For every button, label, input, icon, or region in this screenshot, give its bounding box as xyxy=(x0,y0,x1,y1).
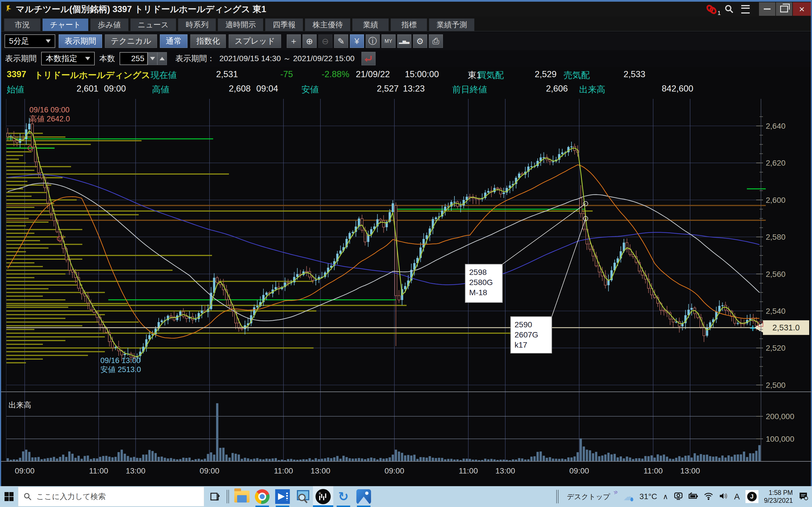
zoom-out-icon[interactable]: ⊖ xyxy=(318,34,333,48)
hidden-icons-caret[interactable]: ∧ xyxy=(663,492,668,501)
wrench-icon[interactable]: ⚙ xyxy=(413,34,427,48)
volume-bar xyxy=(697,455,699,461)
volume-bar xyxy=(253,459,255,461)
reset-range-button[interactable] xyxy=(361,52,375,65)
tab-1[interactable]: チャート xyxy=(42,18,89,31)
temperature-label[interactable]: 31°C xyxy=(640,492,657,501)
volume-profile-bar xyxy=(6,229,82,230)
menu-icon[interactable] xyxy=(739,4,752,15)
volume-bar xyxy=(305,459,308,461)
battery-icon[interactable] xyxy=(689,492,698,501)
tab-9[interactable]: 指標 xyxy=(391,18,427,31)
link-icon[interactable]: 1 xyxy=(705,4,718,15)
chrome-icon[interactable] xyxy=(252,486,272,507)
count-down-button[interactable] xyxy=(148,52,157,65)
speaker-icon[interactable] xyxy=(719,492,728,501)
quote2-field-5: 09:04 xyxy=(256,83,293,94)
candle-body xyxy=(185,316,188,318)
ime-mode-label[interactable]: A xyxy=(734,492,740,501)
restore-button[interactable] xyxy=(776,2,792,16)
volume-profile-bar xyxy=(6,162,26,163)
clock-date: 9/23/2021 xyxy=(764,497,793,504)
minimize-button[interactable] xyxy=(759,2,775,16)
toolbar-button-2[interactable]: 通常 xyxy=(160,34,188,48)
pencil-icon[interactable]: ✎ xyxy=(334,34,348,48)
search-icon[interactable] xyxy=(723,4,735,15)
toolbar-button-3[interactable]: 指数化 xyxy=(190,34,226,48)
volume-bar xyxy=(435,458,437,461)
volume-bar xyxy=(238,455,240,461)
sync-app-icon[interactable]: ↻ xyxy=(333,486,354,507)
y-tick-label: 2,640 xyxy=(766,122,785,130)
tab-0[interactable]: 市況 xyxy=(4,18,41,31)
ime-icon[interactable]: J xyxy=(746,490,758,503)
tab-6[interactable]: 四季報 xyxy=(265,18,303,31)
tab-5[interactable]: 適時開示 xyxy=(218,18,263,31)
quote2-field-4: 2,608 xyxy=(199,83,251,94)
toolbar-button-4[interactable]: スプレッド xyxy=(229,34,281,48)
tab-7[interactable]: 株主優待 xyxy=(305,18,350,31)
trading-app-icon[interactable]: R xyxy=(313,486,333,507)
volume-bar xyxy=(22,452,24,461)
magnifier-app-icon[interactable] xyxy=(293,486,313,507)
close-button[interactable]: × xyxy=(793,2,811,16)
start-button[interactable] xyxy=(0,486,18,507)
printer-icon[interactable]: ⎙ xyxy=(429,34,443,48)
volume-bar xyxy=(580,438,582,461)
volume-profile-bar xyxy=(6,288,49,289)
callout-text: 2598 xyxy=(469,268,487,277)
tab-4[interactable]: 時系列 xyxy=(178,18,216,31)
app-window: マルチツール(個別銘柄) 3397 トリドールホールディングス 東1 1 × 市… xyxy=(0,0,812,486)
period-mode-select[interactable]: 本数指定 xyxy=(41,52,95,65)
yen-icon[interactable]: ¥ xyxy=(350,34,364,48)
volume-bar xyxy=(654,458,656,461)
toolbar-button-0[interactable]: 表示期間 xyxy=(59,34,102,48)
volume-bar xyxy=(546,458,548,461)
volume-bar xyxy=(444,459,446,461)
candle-body xyxy=(672,319,674,322)
volume-bar xyxy=(62,455,64,461)
candle-body xyxy=(497,188,499,189)
my-chart-icon[interactable]: MY xyxy=(382,34,396,48)
chart-note: 09/16 13:00 xyxy=(100,356,141,365)
chevron-overflow-icon[interactable]: » xyxy=(612,487,619,497)
wifi-icon[interactable] xyxy=(704,492,713,501)
chart-canvas[interactable]: 2,531.02,6402,6202,6002,5802,5602,5402,5… xyxy=(1,99,812,488)
volume-pane-label: 出来高 xyxy=(8,401,31,409)
volume-bar xyxy=(53,457,55,461)
volume-bar xyxy=(219,448,221,461)
interval-select[interactable]: 5分足 xyxy=(4,34,55,48)
tab-10[interactable]: 業績予測 xyxy=(429,18,474,31)
volume-profile-bar xyxy=(6,274,65,275)
task-view-button[interactable] xyxy=(207,486,224,507)
area-chart-icon[interactable]: ▂▅▃ xyxy=(397,34,411,48)
zoom-in-icon[interactable]: ⊕ xyxy=(303,34,317,48)
tab-3[interactable]: ニュース xyxy=(130,18,176,31)
volume-bar xyxy=(407,455,409,461)
movies-app-icon[interactable] xyxy=(272,486,293,507)
taskbar-clock[interactable]: 1:58 PM 9/23/2021 xyxy=(764,489,793,504)
volume-bar xyxy=(432,458,434,461)
crosshair-icon[interactable]: ＋ xyxy=(287,34,301,48)
info-icon[interactable]: ⓘ xyxy=(366,34,380,48)
volume-bar xyxy=(638,458,640,461)
volume-bar xyxy=(493,459,496,461)
file-explorer-icon[interactable] xyxy=(232,486,252,507)
volume-bar xyxy=(124,454,126,461)
volume-profile-bar xyxy=(6,281,313,282)
volume-bar xyxy=(355,459,357,461)
bar-count-input[interactable]: 255 xyxy=(119,52,148,65)
weather-icon[interactable]: ☁ xyxy=(623,491,634,502)
display-cast-icon[interactable] xyxy=(674,492,683,501)
taskbar-search-input[interactable]: ここに入力して検索 xyxy=(18,487,204,506)
photos-app-icon[interactable] xyxy=(354,486,374,507)
candle-body xyxy=(216,278,218,283)
volume-profile-bar xyxy=(6,347,313,348)
volume-bar xyxy=(342,456,345,461)
tab-2[interactable]: 歩み値 xyxy=(90,18,129,31)
toolbar-button-1[interactable]: テクニカル xyxy=(105,34,157,48)
notification-center-icon[interactable] xyxy=(799,492,808,502)
count-up-button[interactable] xyxy=(157,52,167,65)
desktop-toolbar-label[interactable]: デスクトップ xyxy=(567,493,610,501)
tab-8[interactable]: 業績 xyxy=(352,18,389,31)
